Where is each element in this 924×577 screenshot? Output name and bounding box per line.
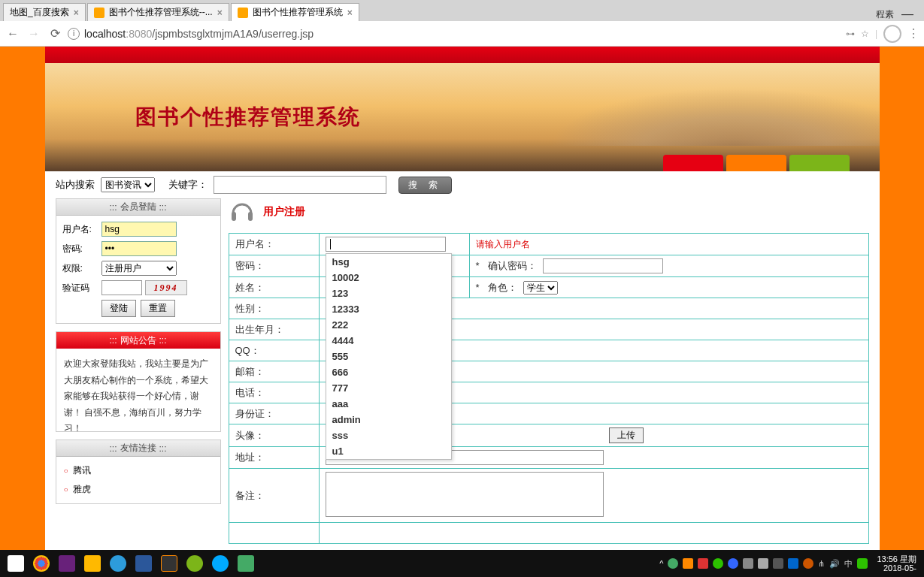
url-path: /jspmbstsglxtmjmA1A9/userreg.jsp: [152, 28, 314, 40]
autocomplete-item[interactable]: admin: [326, 412, 451, 427]
star-icon[interactable]: ☆: [861, 29, 869, 39]
favicon-icon: [94, 8, 105, 18]
link-item[interactable]: 雅虎: [64, 480, 213, 499]
tab-title: 地图_百度搜索: [10, 6, 69, 19]
role-select[interactable]: 学生: [523, 281, 558, 295]
search-row: 站内搜索 图书资讯 关键字： 搜 索: [45, 171, 880, 198]
autocomplete-item[interactable]: u1: [326, 443, 451, 459]
announce-body: 欢迎大家登陆我站，我站主要是为广大朋友精心制作的一个系统，希望大家能够在我站获得…: [56, 349, 220, 431]
login-username-input[interactable]: [101, 222, 177, 237]
svg-rect-1: [248, 212, 253, 221]
site-nav: [45, 47, 880, 63]
url-port: :8080: [126, 28, 152, 40]
reset-button[interactable]: 重置: [141, 300, 175, 317]
key-indicator-icon: ⊶: [846, 29, 855, 39]
tab-title: 图书个性推荐管理系统: [253, 6, 343, 19]
banner-tab-orange[interactable]: [726, 155, 786, 171]
field-label-avatar: 头像：: [229, 424, 319, 447]
browser-tab-1[interactable]: 图书个性推荐管理系统--... ×: [87, 3, 229, 21]
field-label-remark: 备注：: [229, 469, 319, 523]
search-label: 站内搜索: [56, 178, 95, 192]
text-cursor: [330, 239, 331, 249]
url-box[interactable]: i localhost:8080/jspmbstsglxtmjmA1A9/use…: [68, 28, 841, 40]
username-input[interactable]: [326, 237, 446, 252]
minimize-icon[interactable]: —: [901, 8, 913, 21]
links-header: 友情连接: [56, 440, 220, 457]
reload-button[interactable]: ⟳: [47, 26, 63, 42]
autocomplete-item[interactable]: 10002: [326, 270, 451, 285]
menu-icon[interactable]: ⋮: [907, 26, 919, 41]
browser-tab-2[interactable]: 图书个性推荐管理系统 ×: [231, 3, 359, 21]
mountain-decoration: [519, 78, 880, 146]
search-button[interactable]: 搜 索: [398, 177, 452, 194]
window-label: 程素: [876, 8, 894, 21]
headphone-icon: [229, 198, 256, 225]
login-panel: 会员登陆 用户名: 密码: 权限: 注册用: [56, 198, 221, 324]
autocomplete-item[interactable]: 777: [326, 380, 451, 396]
page-title-row: 用户注册: [229, 198, 869, 225]
autocomplete-item[interactable]: 123: [326, 285, 451, 301]
remark-textarea[interactable]: [326, 472, 604, 517]
banner-tab-red[interactable]: [663, 155, 723, 171]
field-label-username: 用户名：: [229, 234, 319, 255]
autocomplete-item[interactable]: 555: [326, 349, 451, 364]
field-label-role: 角色：: [488, 282, 517, 293]
close-icon[interactable]: ×: [217, 8, 223, 18]
site-title: 图书个性推荐管理系统: [135, 103, 361, 131]
profile-avatar[interactable]: [883, 25, 901, 43]
favicon-icon: [238, 8, 248, 18]
search-category-select[interactable]: 图书资讯: [101, 177, 155, 192]
autocomplete-item[interactable]: aaa: [326, 396, 451, 412]
field-label-address: 地址：: [229, 447, 319, 469]
links-panel: 友情连接 腾讯 雅虎: [56, 440, 221, 504]
page-viewport[interactable]: 图书个性推荐管理系统 站内搜索 图书资讯 关键字： 搜 索 会员登陆: [0, 47, 924, 550]
field-label-password: 密码：: [229, 255, 319, 277]
confirm-password-input[interactable]: [543, 258, 663, 273]
browser-tab-0[interactable]: 地图_百度搜索 ×: [3, 3, 86, 21]
username-cell: hsg 10002 123 12333 222 4444 555 666 777…: [319, 234, 469, 255]
login-user-label: 用户名:: [62, 223, 98, 236]
autocomplete-item[interactable]: 12333: [326, 301, 451, 317]
banner-tabs: [663, 155, 850, 171]
site-banner: 图书个性推荐管理系统: [45, 63, 880, 171]
required-star: *: [476, 282, 480, 293]
close-icon[interactable]: ×: [347, 8, 353, 18]
window-controls: 程素 —: [876, 8, 921, 21]
field-label-name: 姓名：: [229, 277, 319, 298]
registration-form: 用户名： hsg 10002 123 12333 222 4444: [229, 233, 869, 544]
banner-tab-green[interactable]: [789, 155, 850, 171]
login-button[interactable]: 登陆: [101, 300, 136, 317]
svg-rect-0: [232, 212, 236, 221]
autocomplete-item[interactable]: 4444: [326, 333, 451, 349]
autocomplete-item[interactable]: hsg: [326, 254, 451, 270]
addr-right: ⊶ ☆ | ⋮: [846, 25, 919, 43]
login-perm-label: 权限:: [62, 262, 98, 275]
upload-button[interactable]: 上传: [609, 427, 644, 443]
field-label-gender: 性别：: [229, 298, 319, 319]
keyword-label: 关键字：: [168, 178, 208, 192]
login-captcha-input[interactable]: [101, 280, 142, 295]
field-label-qq: QQ：: [229, 340, 319, 361]
captcha-image[interactable]: 1994: [145, 280, 187, 295]
tab-title: 图书个性推荐管理系统--...: [109, 6, 213, 19]
login-password-input[interactable]: [101, 241, 177, 256]
autocomplete-item[interactable]: sss: [326, 427, 451, 443]
field-label-blank: [229, 523, 319, 544]
autocomplete-item[interactable]: 222: [326, 317, 451, 333]
page-title: 用户注册: [263, 205, 305, 219]
keyword-input[interactable]: [214, 176, 386, 194]
link-item[interactable]: 腾讯: [64, 461, 213, 480]
field-label-email: 邮箱：: [229, 361, 319, 382]
login-captcha-label: 验证码: [62, 282, 98, 295]
forward-button[interactable]: →: [26, 26, 42, 42]
login-permission-select[interactable]: 注册用户: [101, 261, 177, 276]
submit-cell: [319, 523, 868, 544]
role-cell: * 角色： 学生: [469, 277, 868, 298]
field-label-phone: 电话：: [229, 382, 319, 403]
back-button[interactable]: ←: [5, 26, 21, 42]
autocomplete-item[interactable]: 666: [326, 364, 451, 380]
confirm-cell: * 确认密码：: [469, 255, 868, 277]
close-icon[interactable]: ×: [74, 8, 79, 18]
url-host: localhost: [84, 28, 126, 40]
info-icon[interactable]: i: [68, 28, 80, 40]
